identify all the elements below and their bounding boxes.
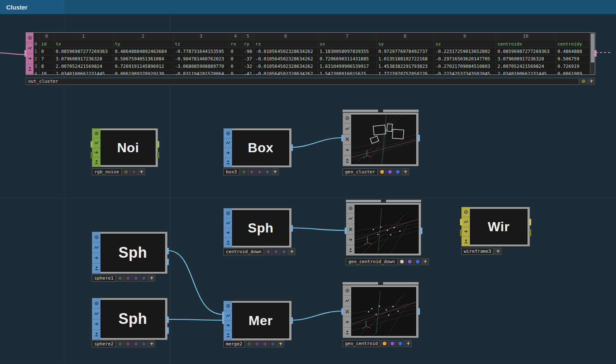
node-name[interactable]: centroid_down: [223, 248, 264, 255]
person-icon[interactable]: [343, 156, 351, 166]
display-icon[interactable]: [92, 129, 101, 138]
node-name[interactable]: out_cluster: [26, 78, 579, 85]
flag-dot[interactable]: [379, 168, 386, 175]
flag-dot[interactable]: [389, 340, 396, 347]
node-out_cluster[interactable]: 012345678910 0idtxtytzrxryrzsxsyszcentro…: [26, 32, 595, 75]
add-flag-button[interactable]: +: [405, 340, 412, 347]
input-connector[interactable]: [341, 308, 343, 315]
add-flag-button[interactable]: +: [148, 340, 155, 347]
input-connector[interactable]: [460, 219, 462, 225]
flag-dot[interactable]: [125, 340, 132, 347]
output-connector[interactable]: [594, 50, 597, 57]
geo_centroid_down-top-connector[interactable]: [346, 200, 421, 202]
input-connector[interactable]: [460, 230, 462, 236]
geo_cluster-top-connector[interactable]: [343, 110, 419, 112]
output-connector[interactable]: [167, 316, 169, 323]
flag-dot[interactable]: [132, 340, 139, 347]
node-name[interactable]: merge2: [223, 340, 245, 347]
output-connector[interactable]: [420, 228, 422, 234]
flag-dot[interactable]: [130, 168, 137, 175]
flag-dot[interactable]: [381, 340, 388, 347]
bypass-arrow-icon[interactable]: [224, 321, 232, 331]
output-connector[interactable]: [291, 225, 293, 232]
add-flag-button[interactable]: +: [138, 168, 145, 175]
node-wireframe3[interactable]: Wir: [461, 207, 530, 247]
output-connector[interactable]: [291, 144, 293, 151]
graph-icon[interactable]: [224, 311, 232, 321]
input-connector[interactable]: [91, 152, 93, 158]
display-icon[interactable]: [26, 33, 34, 43]
dat-table-viewer[interactable]: 012345678910 0idtxtytzrxryrzsxsyszcentro…: [34, 33, 590, 74]
input-connector[interactable]: [222, 317, 224, 324]
flag-dot[interactable]: [240, 168, 247, 175]
flag-dot[interactable]: [122, 168, 129, 175]
flag-dot[interactable]: [414, 258, 421, 265]
node-box3[interactable]: Box: [223, 128, 292, 168]
add-flag-button[interactable]: +: [277, 340, 284, 347]
bypass-arrow-icon[interactable]: [224, 148, 232, 158]
display-icon[interactable]: [224, 208, 232, 218]
add-flag-button[interactable]: +: [494, 248, 501, 255]
display-icon[interactable]: [343, 113, 351, 124]
flag-dot[interactable]: [406, 258, 413, 265]
node-name[interactable]: sphere1: [92, 275, 116, 282]
person-icon[interactable]: [346, 245, 355, 255]
bypass-arrow-icon[interactable]: [92, 148, 101, 158]
person-icon[interactable]: [92, 330, 101, 340]
node-rgb_noise[interactable]: Noi: [92, 128, 158, 167]
display-icon[interactable]: [92, 232, 101, 242]
bypass-arrow-icon[interactable]: [92, 253, 101, 263]
node-sphere1[interactable]: Sph: [92, 232, 168, 274]
bypass-arrow-icon[interactable]: [92, 319, 101, 330]
node-sphere2[interactable]: Sph: [92, 298, 168, 340]
bypass-arrow-icon[interactable]: [26, 54, 34, 64]
flag-dot[interactable]: [265, 248, 272, 255]
output-connector[interactable]: [291, 317, 293, 324]
display-icon[interactable]: [92, 298, 101, 309]
output-connector[interactable]: [418, 135, 420, 141]
flag-dot[interactable]: [117, 275, 124, 282]
display-icon[interactable]: [462, 207, 470, 217]
output-connector[interactable]: [167, 327, 169, 334]
flag-dot[interactable]: [140, 340, 147, 347]
flag-dot[interactable]: [117, 340, 124, 347]
input-connector[interactable]: [341, 135, 343, 141]
graph-icon[interactable]: [224, 218, 232, 228]
graph-icon[interactable]: [462, 217, 470, 227]
output-connector[interactable]: [157, 152, 159, 158]
render-x-icon[interactable]: [343, 134, 351, 145]
input-connector[interactable]: [24, 50, 26, 57]
flag-dot[interactable]: [256, 168, 263, 175]
geo_centroid-top-connector[interactable]: [343, 282, 419, 285]
add-flag-button[interactable]: +: [272, 168, 279, 175]
flag-dot[interactable]: [386, 168, 393, 175]
add-flag-button[interactable]: +: [422, 258, 429, 265]
flag-dot[interactable]: [394, 168, 401, 175]
output-connector[interactable]: [167, 248, 169, 254]
flag-dot[interactable]: [248, 168, 255, 175]
flag-dot[interactable]: [398, 258, 405, 265]
node-merge2[interactable]: Mer: [223, 301, 292, 340]
flag-dot[interactable]: [280, 248, 288, 255]
display-icon[interactable]: [343, 285, 351, 296]
node-name[interactable]: geo_centroid: [343, 340, 380, 347]
node-geo_cluster[interactable]: [343, 113, 419, 166]
flag-dot[interactable]: [246, 340, 253, 347]
person-icon[interactable]: [343, 328, 351, 338]
node-geo_centroid[interactable]: [343, 285, 419, 338]
person-icon[interactable]: [26, 64, 34, 74]
flag-dot[interactable]: [261, 340, 268, 347]
flag-dot[interactable]: [273, 248, 280, 255]
person-icon[interactable]: [92, 158, 101, 167]
bypass-arrow-icon[interactable]: [343, 145, 351, 156]
graph-icon[interactable]: [92, 138, 101, 148]
node-centroid_down[interactable]: Sph: [223, 208, 292, 248]
graph-icon[interactable]: [92, 242, 101, 253]
graph-icon[interactable]: [343, 124, 351, 134]
add-flag-button[interactable]: +: [148, 275, 155, 282]
input-connector[interactable]: [91, 141, 93, 148]
flag-dot[interactable]: [132, 275, 139, 282]
node-name[interactable]: wireframe3: [461, 248, 494, 255]
graph-icon[interactable]: [92, 309, 101, 319]
graph-icon[interactable]: [343, 296, 351, 306]
